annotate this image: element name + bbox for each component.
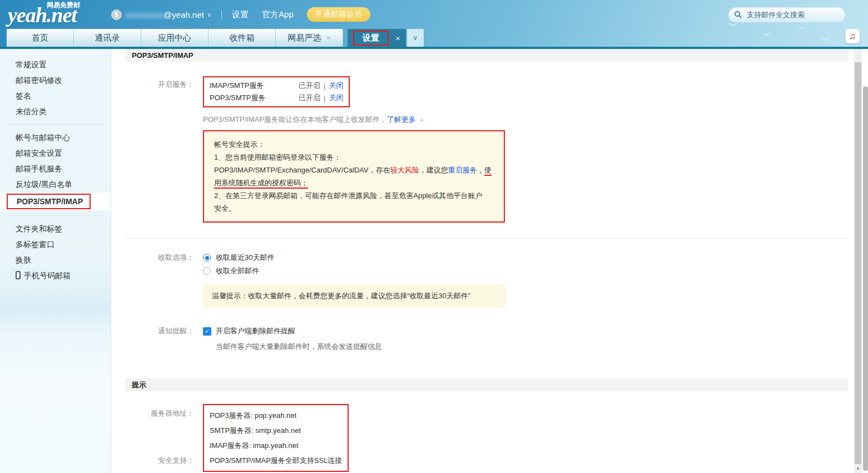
sidebar-item-skin[interactable]: 换肤 — [0, 252, 111, 268]
scrollbar-down-arrow[interactable]: ▼ — [854, 465, 862, 472]
tab-inbox[interactable]: 收件箱 — [209, 29, 276, 47]
annotation-box-servers: POP3服务器: pop.yeah.netSMTP服务器: smtp.yeah.… — [203, 404, 349, 472]
service-toggle-row: IMAP/SMTP服务已开启|关闭 — [210, 80, 343, 92]
server-labels: 服务器地址： 安全支持： — [125, 404, 194, 472]
sidebar-item-folders-tags[interactable]: 文件夹和标签 — [0, 221, 111, 237]
ssl-support-label: 安全支持： — [125, 456, 194, 466]
service-description-text: POP3/SMTP/IMAP服务能让你在本地客户端上收发邮件， — [203, 115, 387, 124]
sidebar-item-mobile-number-mail[interactable]: 手机号码邮箱 — [0, 268, 111, 283]
tab-bar: 首页通讯录应用中心收件箱网易严选×设置×∨ — [0, 29, 868, 47]
fetch-option[interactable]: 收取全部邮件 — [203, 264, 274, 278]
annotation-box-security-tip: 帐号安全提示： 1、您当前使用邮箱密码登录以下服务：POP3/IMAP/SMTP… — [203, 130, 505, 223]
sidebar-item-label: 邮箱手机服务 — [16, 164, 62, 173]
security-risk-text: 较大风险 — [390, 166, 419, 174]
server-address-row: 服务器地址： 安全支持： POP3服务器: pop.yeah.netSMTP服务… — [125, 404, 848, 472]
tab-yanxuan[interactable]: 网易严选× — [276, 29, 343, 47]
service-status: 已开启 — [299, 81, 320, 91]
fetch-options-row: 收取选项： 收取最近30天邮件收取全部邮件 — [125, 251, 848, 278]
sidebar-item-label: 文件夹和标签 — [16, 224, 62, 233]
checkbox-checked-icon[interactable]: ✓ — [203, 327, 211, 336]
fetch-option-label: 收取全部邮件 — [216, 266, 259, 276]
status-separator: | — [324, 94, 325, 102]
sidebar-item-incoming-classification[interactable]: 来信分类 — [0, 104, 111, 119]
tab-label-app-center: 应用中心 — [158, 33, 191, 43]
sidebar-item-multi-tab[interactable]: 多标签窗口 — [0, 237, 111, 252]
annotation-box-sidebar-item: POP3/SMTP/IMAP — [7, 194, 91, 209]
sidebar-item-label: 帐号与邮箱中心 — [16, 133, 70, 142]
close-service-link[interactable]: 关闭 — [329, 93, 343, 103]
tab-label-home: 首页 — [32, 33, 48, 43]
fetch-option-label: 收取最近30天邮件 — [216, 253, 274, 263]
scrollbar-thumb[interactable] — [855, 62, 861, 464]
official-app-link[interactable]: 官方App — [262, 9, 294, 20]
security-line1-sep: ， — [477, 166, 484, 174]
sidebar-item-password-change[interactable]: 邮箱密码修改 — [0, 72, 111, 88]
sidebar-item-label: 邮箱安全设置 — [16, 149, 62, 157]
sidebar-item-account-center[interactable]: 帐号与邮箱中心 — [0, 130, 111, 145]
close-service-link[interactable]: 关闭 — [329, 81, 343, 91]
notify-label: 通知提醒： — [125, 326, 194, 336]
top-banner: yeah.net 网易免费邮 $ xxxxxxxx @yeah.net ∨ 设置… — [0, 0, 868, 49]
section-title-pop3-smtp-imap: POP3/SMTP/IMAP — [125, 49, 848, 62]
tab-label-inbox: 收件箱 — [230, 33, 255, 43]
sidebar-item-antispam-blacklist[interactable]: 反垃圾/黑白名单 — [0, 176, 111, 192]
yeahnet-mail-settings-page: yeah.net 网易免费邮 $ xxxxxxxx @yeah.net ∨ 设置… — [0, 0, 868, 473]
settings-main-panel: POP3/SMTP/IMAP 开启服务： IMAP/SMTP服务已开启|关闭PO… — [111, 49, 868, 473]
sidebar-item-label: POP3/SMTP/IMAP — [17, 197, 83, 206]
body: 常规设置邮箱密码修改签名来信分类帐号与邮箱中心邮箱安全设置邮箱手机服务反垃圾/黑… — [0, 49, 868, 473]
yeahnet-logo[interactable]: yeah.net 网易免费邮 — [8, 3, 77, 27]
tab-home[interactable]: 首页 — [7, 29, 74, 47]
music-icon[interactable]: ♫ — [845, 29, 860, 43]
radio-unselected-icon[interactable] — [203, 267, 211, 275]
logo-subtitle: 网易免费邮 — [47, 1, 80, 10]
tab-close-icon[interactable]: × — [326, 33, 330, 42]
annotation-box-settings-tab: 设置 — [353, 31, 389, 46]
restart-service-link[interactable]: 重启服务 — [448, 166, 477, 174]
sidebar-item-mail-security[interactable]: 邮箱安全设置 — [0, 145, 111, 161]
radio-selected-icon[interactable] — [203, 254, 211, 262]
account-menu[interactable]: $ xxxxxxxx @yeah.net ∨ — [111, 9, 211, 20]
fetch-option[interactable]: 收取最近30天邮件 — [203, 251, 274, 264]
sidebar-item-signature[interactable]: 签名 — [0, 88, 111, 104]
tab-settings[interactable]: 设置× — [348, 29, 406, 47]
sidebar-item-label: 反垃圾/黑白名单 — [16, 180, 72, 189]
search-input[interactable] — [746, 10, 840, 19]
bird-decoration — [799, 26, 805, 29]
tab-label-contacts: 通讯录 — [95, 33, 120, 43]
tab-close-icon[interactable]: × — [395, 33, 400, 43]
section-title-tips: 提示 — [125, 378, 848, 391]
account-username-blurred: xxxxxxxx — [126, 10, 163, 19]
header-divider — [221, 10, 222, 19]
search-box — [728, 7, 845, 22]
section-divider — [125, 238, 848, 239]
tab-contacts[interactable]: 通讯录 — [74, 29, 141, 47]
sidebar-item-label: 签名 — [16, 91, 31, 100]
header: yeah.net 网易免费邮 $ xxxxxxxx @yeah.net ∨ 设置… — [0, 0, 868, 29]
browser-scrollbar[interactable]: ▼ — [854, 49, 862, 473]
delete-reminder-label: 开启客户端删除邮件提醒 — [216, 326, 295, 336]
tab-app-center[interactable]: 应用中心 — [141, 29, 209, 47]
search-icon — [734, 11, 742, 19]
vip-upgrade-button[interactable]: 开通邮箱会员 — [307, 7, 370, 22]
sidebar-item-mobile-service[interactable]: 邮箱手机服务 — [0, 161, 111, 176]
service-status: 已开启 — [299, 93, 320, 103]
security-tip-line2: 2、在第三方登录网易邮箱，可能存在邮件泄露风险，甚至危害Apple或其他平台账户 — [214, 189, 494, 202]
sidebar-item-general-settings[interactable]: 常规设置 — [0, 57, 111, 72]
security-line1-prefix: 1、您当前使用邮箱密码登录以下服务：POP3/IMAP/SMTP/Exchang… — [214, 153, 390, 174]
notify-row: 通知提醒： ✓ 开启客户端删除邮件提醒 — [125, 326, 848, 336]
sidebar-item-label: 来信分类 — [16, 107, 47, 116]
security-tip-line1: 1、您当前使用邮箱密码登录以下服务：POP3/IMAP/SMTP/Exchang… — [214, 151, 494, 189]
delete-reminder-option[interactable]: ✓ 开启客户端删除邮件提醒 — [203, 326, 295, 336]
service-name: IMAP/SMTP服务 — [210, 81, 299, 91]
settings-link[interactable]: 设置 — [232, 9, 249, 20]
sidebar-item-label: 手机号码邮箱 — [24, 271, 71, 280]
account-domain: @yeah.net — [163, 10, 204, 19]
learn-more-link[interactable]: 了解更多 — [387, 115, 416, 124]
server-address: POP3服务器: pop.yeah.net — [210, 408, 342, 423]
tab-label-settings: 设置 — [363, 33, 379, 42]
sidebar-divider — [7, 124, 104, 125]
tab-list-dropdown[interactable]: ∨ — [407, 29, 424, 47]
sidebar-item-pop3-smtp-imap[interactable]: POP3/SMTP/IMAP — [0, 193, 111, 210]
overlay-scrollbar-thumb[interactable] — [863, 86, 868, 471]
security-tip-title: 帐号安全提示： — [214, 138, 494, 151]
